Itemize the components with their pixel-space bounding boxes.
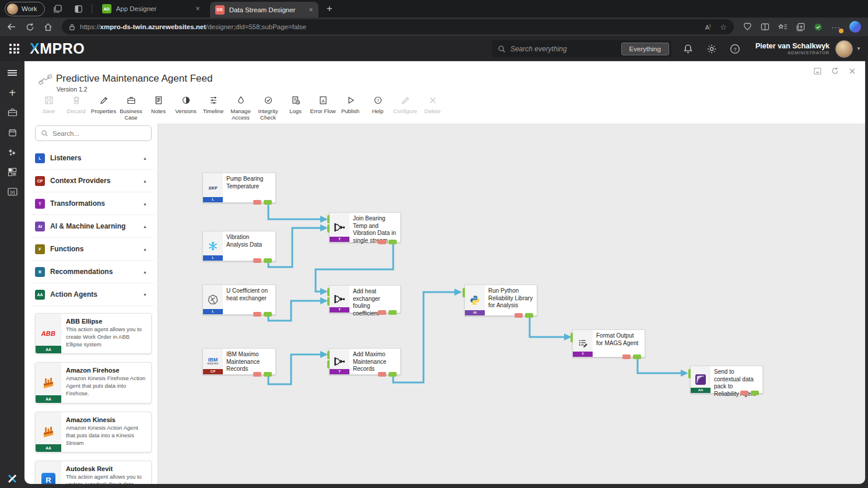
settings-menu-icon[interactable]: ··· bbox=[831, 23, 841, 31]
error-output-port[interactable] bbox=[378, 310, 386, 315]
help-icon[interactable]: ? bbox=[729, 44, 741, 54]
global-search[interactable]: Everything bbox=[492, 40, 671, 57]
read-aloud-icon[interactable]: A) bbox=[705, 23, 711, 31]
chevron-down-icon[interactable]: ▼ bbox=[856, 46, 861, 51]
tab-app-designer[interactable]: AD App Designer × bbox=[97, 0, 205, 17]
output-port[interactable] bbox=[388, 310, 397, 315]
output-port[interactable] bbox=[388, 240, 397, 244]
toolbar-versions-button[interactable]: Versions bbox=[172, 95, 200, 121]
design-canvas[interactable]: SKFL Pump Bearing Temperature L Vibratio… bbox=[158, 124, 865, 484]
settings-gear-icon[interactable] bbox=[705, 44, 718, 54]
user-menu[interactable]: Pieter van Schalkwyk ADMINISTRATOR bbox=[755, 42, 830, 55]
browser-profile-chip[interactable]: Work bbox=[5, 2, 45, 16]
toolbar-discard-button[interactable]: Discard bbox=[62, 95, 90, 121]
toolbar-properties-button[interactable]: Properties bbox=[90, 95, 117, 121]
category-ai-machine-learning[interactable]: AIAI & Machine Learning▲ bbox=[33, 215, 154, 238]
favorites-bar-icon[interactable] bbox=[778, 23, 788, 31]
category-transformations[interactable]: TTransformations▲ bbox=[33, 192, 154, 215]
toolbar-configure-button[interactable]: Configure bbox=[391, 95, 419, 121]
output-port[interactable] bbox=[525, 313, 533, 318]
agent-amazon-kinesis[interactable]: AA Amazon KinesisAmazon Kinesis Action A… bbox=[35, 412, 152, 452]
toolbar-business-case-button[interactable]: Business Case bbox=[117, 95, 145, 121]
category-context-providers[interactable]: CPContext Providers▲ bbox=[33, 170, 154, 192]
category-recommendations[interactable]: RRecommendations▲ bbox=[33, 261, 154, 283]
output-port[interactable] bbox=[264, 258, 272, 263]
back-icon[interactable] bbox=[7, 23, 16, 31]
node-send-contextual-data-pack[interactable]: AA Send to contextual data pack to Relia… bbox=[690, 366, 763, 394]
notifications-bell-icon[interactable] bbox=[682, 44, 695, 54]
minimize-icon[interactable] bbox=[814, 68, 821, 75]
new-tab-button[interactable]: + bbox=[327, 3, 332, 15]
error-output-port[interactable] bbox=[378, 372, 386, 377]
toolbar-logs-button[interactable]: Logs bbox=[282, 95, 309, 121]
toolbar-error-flow-button[interactable]: AError Flow bbox=[309, 95, 337, 121]
toolbox-search[interactable] bbox=[35, 125, 152, 141]
toolbox-icon[interactable] bbox=[5, 107, 19, 118]
integrations-gears-icon[interactable] bbox=[5, 146, 19, 158]
xmpro-logo[interactable]: XMPRO bbox=[30, 40, 85, 57]
node-format-output-mags-agent[interactable]: T Format Output for MAGS Agent bbox=[572, 329, 645, 357]
apps-grid-icon[interactable] bbox=[5, 166, 19, 178]
output-port[interactable] bbox=[633, 354, 641, 359]
split-screen-icon[interactable] bbox=[761, 23, 769, 31]
error-output-port[interactable] bbox=[514, 313, 523, 318]
toolbar-notes-button[interactable]: Notes bbox=[145, 95, 172, 121]
url-bar[interactable]: https://xmpro-ds-twin.azurewebsites.net/… bbox=[62, 19, 734, 34]
site-permissions-icon[interactable] bbox=[69, 23, 75, 31]
category-functions[interactable]: FFunctions▲ bbox=[33, 238, 154, 261]
node-run-python-reliability-library[interactable]: AI Run Python Reliability Library for An… bbox=[464, 285, 537, 316]
tab-actions-icon[interactable] bbox=[71, 5, 87, 13]
node-join-bearing-temp-vibration[interactable]: T Join Bearing Temp and Vibration Data i… bbox=[329, 212, 401, 243]
menu-hamburger-icon[interactable] bbox=[5, 67, 19, 79]
node-add-heat-exchanger-fouling[interactable]: T Add heat exchanger fouling coefficient bbox=[329, 285, 401, 313]
favorite-star-icon[interactable]: ☆ bbox=[720, 23, 727, 31]
workspaces-icon[interactable] bbox=[50, 4, 66, 13]
toolbar-manage-access-button[interactable]: Manage Access bbox=[227, 95, 254, 121]
copilot-icon[interactable] bbox=[849, 21, 861, 33]
toolbar-integrity-check-button[interactable]: Integrity Check bbox=[254, 95, 282, 121]
reload-icon[interactable] bbox=[831, 67, 839, 75]
error-output-port[interactable] bbox=[253, 200, 261, 205]
output-port[interactable] bbox=[264, 200, 272, 205]
refresh-icon[interactable] bbox=[26, 23, 34, 31]
app-switcher-icon[interactable] bbox=[9, 44, 19, 54]
new-stream-icon[interactable]: + bbox=[5, 87, 19, 99]
toolbar-publish-button[interactable]: Publish bbox=[337, 95, 364, 121]
search-input[interactable] bbox=[510, 45, 617, 53]
user-avatar[interactable] bbox=[835, 40, 853, 58]
error-output-port[interactable] bbox=[622, 354, 631, 359]
node-ibm-maximo-maintenance-records[interactable]: IBMmaximoCP IBM Maximo Maintenance Recor… bbox=[202, 348, 276, 375]
extension-icon[interactable] bbox=[814, 23, 822, 31]
category-listeners[interactable]: LListeners▲ bbox=[33, 147, 154, 170]
toolbar-delete-button[interactable]: Delete bbox=[419, 95, 446, 121]
agent-autodesk-revit[interactable]: RAA Autodesk RevitThis action agent allo… bbox=[35, 461, 152, 484]
agent-amazon-firehose[interactable]: AA Amazon FirehoseAmazon Kinesis Firehos… bbox=[35, 362, 152, 403]
data-stream-frame-icon[interactable]: [x] bbox=[5, 186, 19, 198]
close-icon[interactable] bbox=[849, 68, 856, 75]
output-port[interactable] bbox=[388, 372, 397, 377]
error-output-port[interactable] bbox=[253, 312, 261, 317]
error-output-port[interactable] bbox=[253, 258, 261, 263]
node-vibration-analysis-data[interactable]: L Vibration Analysis Data bbox=[202, 231, 276, 261]
toolbox-search-input[interactable] bbox=[52, 130, 146, 137]
browser-essentials-icon[interactable] bbox=[743, 23, 752, 31]
collections-icon[interactable] bbox=[796, 23, 805, 31]
output-port[interactable] bbox=[264, 372, 272, 377]
node-pump-bearing-temperature[interactable]: SKFL Pump Bearing Temperature bbox=[202, 173, 276, 203]
home-icon[interactable] bbox=[44, 23, 52, 31]
calendar-icon[interactable] bbox=[5, 127, 19, 138]
error-output-port[interactable] bbox=[378, 240, 386, 244]
output-port[interactable] bbox=[264, 312, 272, 317]
agent-abb-ellipse[interactable]: ABBAA ABB EllipseThis action agent allow… bbox=[35, 313, 152, 354]
node-u-coefficient-heat-exchanger[interactable]: L U Coefficient on heat exchanger bbox=[202, 285, 276, 315]
node-add-maximo-maintenance-records[interactable]: T Add Maximo Maintenance Records bbox=[329, 348, 401, 375]
error-output-port[interactable] bbox=[740, 391, 748, 395]
error-output-port[interactable] bbox=[253, 372, 261, 377]
toolbar-help-button[interactable]: ?Help bbox=[364, 95, 391, 121]
toolbar-save-button[interactable]: Save bbox=[35, 95, 62, 121]
category-action-agents[interactable]: AAAction Agents▼ bbox=[33, 283, 154, 306]
search-scope-button[interactable]: Everything bbox=[621, 43, 669, 55]
output-port[interactable] bbox=[751, 391, 759, 395]
close-tab-icon[interactable]: × bbox=[309, 6, 313, 14]
tab-data-stream-designer[interactable]: DS Data Stream Designer × bbox=[210, 2, 318, 17]
